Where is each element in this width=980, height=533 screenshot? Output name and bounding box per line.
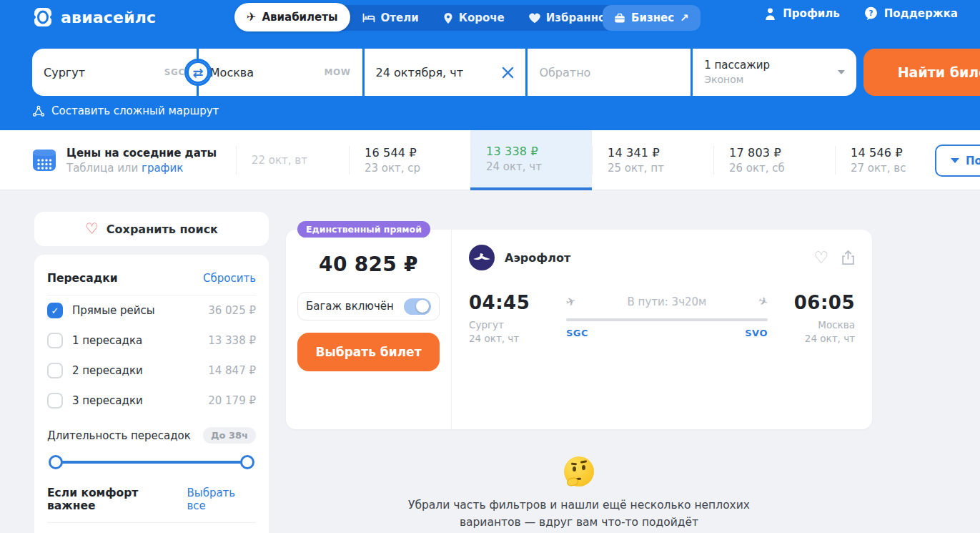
logo-ticket-icon <box>32 6 54 28</box>
date-cell[interactable]: 14 546 ₽ 27 окт, вс <box>835 130 939 190</box>
baggage-toggle[interactable] <box>404 298 431 315</box>
date-cell[interactable]: 17 803 ₽ 26 окт, сб <box>713 130 835 190</box>
favorite-heart-icon[interactable]: ♡ <box>813 250 828 266</box>
clear-date-icon[interactable] <box>502 67 514 79</box>
plane-icon: ✈ <box>247 11 256 23</box>
note-line-1: Убрали часть фильтров и нашли ещё нескол… <box>286 497 872 514</box>
external-arrow-icon: ↗ <box>680 11 689 24</box>
chevron-down-icon <box>838 70 845 74</box>
swap-icon: ⇄ <box>192 65 203 80</box>
arrival-block: 06:05 Москва 24 окт, чт <box>771 292 855 344</box>
arrival-city: Москва <box>771 319 855 331</box>
main-nav: ✈ Авиабилеты Отели Короче Избранное <box>234 5 630 31</box>
only-direct-badge: Единственный прямой <box>297 221 430 238</box>
date-cell[interactable]: 14 341 ₽ 25 окт, пт <box>592 130 713 190</box>
briefcase-icon <box>614 13 625 24</box>
destination-field[interactable]: Москва MOW <box>199 49 362 96</box>
select-ticket-button[interactable]: Выбрать билет <box>297 333 440 371</box>
reset-filters-link[interactable]: Сбросить <box>203 272 256 285</box>
depart-date-value: 24 октября, чт <box>376 66 463 79</box>
bed-icon <box>362 12 375 24</box>
departure-time: 04:45 <box>469 292 563 313</box>
plane-takeoff-icon: ✈ <box>565 294 578 310</box>
select-all-link[interactable]: Выбрать все <box>187 486 256 512</box>
checkbox-checked-icon[interactable]: ✓ <box>47 303 63 318</box>
flight-details: Аэрофлот ♡ 04:45 Сургут 24 окт, чт ✈ В п… <box>452 230 872 429</box>
departure-block: 04:45 Сургут 24 окт, чт <box>469 292 563 344</box>
heart-outline-icon: ♡ <box>85 222 99 237</box>
date-cell-selected[interactable]: 13 338 ₽ 24 окт, чт <box>470 130 592 190</box>
tab-koroche-label: Короче <box>459 11 505 24</box>
filter-option-1stop[interactable]: 1 пересадка 13 338 ₽ <box>46 326 257 356</box>
show-more-dates-button[interactable]: По <box>935 145 980 177</box>
business-button[interactable]: Бизнес ↗ <box>603 5 701 31</box>
svg-text:?: ? <box>868 9 873 17</box>
business-label: Бизнес <box>631 11 674 24</box>
ticket-price: 40 825 ₽ <box>297 253 440 276</box>
filters-removed-note: Убрали часть фильтров и нашли ещё нескол… <box>286 456 872 531</box>
origin-code: SGC <box>164 67 185 77</box>
logo[interactable]: авиасейлс <box>32 6 156 28</box>
date-cell[interactable]: 22 окт, вт <box>236 130 349 190</box>
checkbox-icon[interactable] <box>47 393 63 409</box>
flight-duration: В пути: 3ч20м <box>628 295 707 308</box>
route-middle: ✈ В пути: 3ч20м ✈ SGC SVO <box>563 292 771 344</box>
route-line <box>566 318 768 321</box>
departure-date: 24 окт, чт <box>469 333 563 344</box>
slider-handle-max[interactable] <box>240 455 254 469</box>
filters-title: Пересадки <box>47 272 118 285</box>
filters-panel: Пересадки Сбросить ✓ Прямые рейсы 36 025… <box>34 255 269 533</box>
tab-hotels-label: Отели <box>381 11 419 24</box>
arrival-time: 06:05 <box>771 292 855 313</box>
save-search-button[interactable]: ♡ Сохранить поиск <box>34 212 269 246</box>
checkbox-icon[interactable] <box>47 333 63 348</box>
tab-flights[interactable]: ✈ Авиабилеты <box>234 3 350 31</box>
checkbox-icon[interactable] <box>47 363 63 378</box>
filter-option-direct[interactable]: ✓ Прямые рейсы 36 025 ₽ <box>46 295 257 326</box>
triangle-down-icon <box>951 158 959 163</box>
route-icon <box>32 105 45 117</box>
depart-date-field[interactable]: 24 октября, чт <box>365 49 526 96</box>
nearby-dates-panel: Цены на соседние даты Таблица или график… <box>0 130 980 190</box>
destination-code: MOW <box>324 67 350 77</box>
save-search-label: Сохранить поиск <box>107 223 218 236</box>
plane-landing-icon: ✈ <box>756 293 771 310</box>
passengers-field[interactable]: 1 пассажир Эконом <box>693 49 856 96</box>
tab-koroche[interactable]: Короче <box>431 5 517 31</box>
filter-option-3stops[interactable]: 3 пересадки 20 179 ₽ <box>46 386 257 416</box>
date-cell[interactable]: 16 544 ₽ 23 окт, ср <box>349 130 470 190</box>
person-icon <box>764 7 776 20</box>
search-form: Сургут SGC Москва MOW 24 октября, чт Обр… <box>32 49 856 96</box>
tab-hotels[interactable]: Отели <box>350 5 431 31</box>
travel-class-value: Эконом <box>704 73 770 87</box>
slider-track <box>54 461 249 464</box>
find-tickets-button[interactable]: Найти билеты <box>863 49 980 96</box>
airline-logo <box>469 245 495 270</box>
slider-handle-min[interactable] <box>49 455 63 469</box>
comfort-section-title: Если комфорт важнее <box>47 486 187 512</box>
swap-cities-button[interactable]: ⇄ <box>184 59 212 86</box>
divider <box>47 522 256 523</box>
profile-label: Профиль <box>783 7 839 20</box>
origin-field[interactable]: Сургут SGC <box>32 49 197 96</box>
complex-route-link[interactable]: Составить сложный маршрут <box>32 104 219 117</box>
view-or-label: или <box>117 162 138 175</box>
note-line-2: вариантов — вдруг вам что-то подойдёт <box>286 514 872 531</box>
header-right: Профиль ? Поддержка <box>764 6 958 20</box>
departure-city: Сургут <box>469 319 563 331</box>
return-date-field[interactable]: Обратно <box>528 49 691 96</box>
view-graph-link[interactable]: график <box>142 162 183 175</box>
calendar-icon <box>32 148 56 172</box>
app-header: авиасейлс ✈ Авиабилеты Отели Короче Избр… <box>0 0 980 36</box>
origin-city: Сургут <box>44 66 85 79</box>
baggage-option[interactable]: Багаж включён <box>297 292 440 321</box>
ticket-card: 40 825 ₽ Багаж включён Выбрать билет Аэр… <box>286 230 872 429</box>
profile-button[interactable]: Профиль <box>764 7 839 20</box>
thinking-face-emoji <box>564 456 594 486</box>
duration-range-slider[interactable] <box>49 454 254 471</box>
support-button[interactable]: ? Поддержка <box>864 6 958 20</box>
filter-option-2stops[interactable]: 2 пересадки 14 847 ₽ <box>46 356 257 386</box>
heart-icon <box>529 13 540 24</box>
logo-text: авиасейлс <box>61 9 156 26</box>
share-icon[interactable] <box>841 250 855 265</box>
